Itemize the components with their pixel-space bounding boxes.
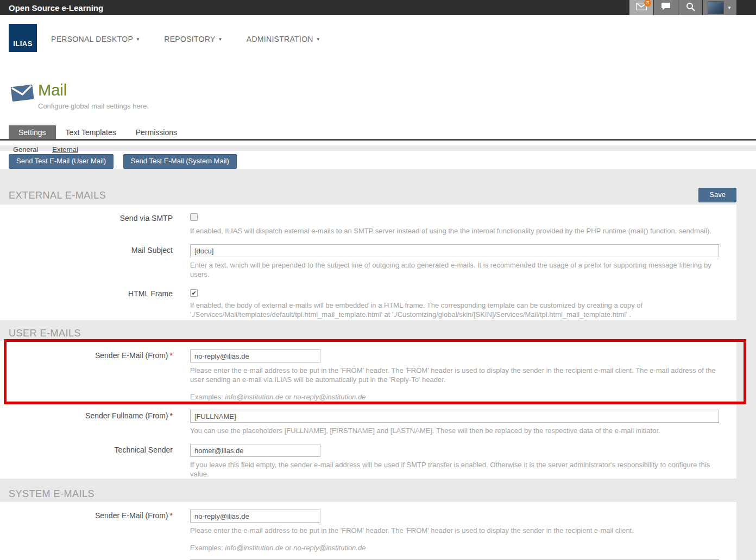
field-help: Please enter the e-mail address to be pu… bbox=[190, 526, 719, 535]
field-help: If enabled, ILIAS will dispatch external… bbox=[190, 226, 719, 236]
send-test-system-mail-button[interactable]: Send Test E-Mail (System Mail) bbox=[123, 154, 237, 169]
form-row-user-sender-email: Sender E-Mail (From)* Please enter the e… bbox=[0, 349, 728, 401]
field-label: HTML Frame bbox=[0, 288, 190, 319]
chat-icon bbox=[661, 2, 671, 13]
smtp-checkbox[interactable] bbox=[190, 213, 198, 221]
tab-permissions[interactable]: Permissions bbox=[126, 125, 187, 139]
field-label: Sender E-Mail (From)* bbox=[0, 510, 190, 560]
top-bar: Open Source e-Learning 3 ▼ bbox=[0, 0, 756, 15]
save-button[interactable]: Save bbox=[698, 188, 736, 202]
user-menu-button[interactable]: ▼ bbox=[703, 0, 736, 15]
form-row-system-sender-email: Sender E-Mail (From)* Please enter the e… bbox=[0, 510, 728, 560]
form-row-technical-sender: Technical Sender If you leave this field… bbox=[0, 444, 728, 479]
technical-sender-input[interactable] bbox=[190, 444, 320, 457]
field-help: You can use the placeholders [FULLNAME],… bbox=[190, 426, 719, 435]
subtab-general[interactable]: General bbox=[13, 145, 38, 154]
form-row-html-frame: HTML Frame ✔ If enabled, the body of ext… bbox=[0, 288, 728, 319]
field-label: Sender Fullname (From)* bbox=[0, 410, 190, 435]
user-emails-header-row: USER E-MAILS bbox=[9, 320, 736, 341]
field-label: Technical Sender bbox=[0, 444, 190, 479]
subtab-external[interactable]: External bbox=[52, 145, 78, 154]
tab-bar: Settings Text Templates Permissions bbox=[0, 125, 756, 141]
external-emails-panel: Send via SMTP If enabled, ILIAS will dis… bbox=[0, 205, 736, 320]
field-label: Mail Subject bbox=[0, 244, 190, 279]
field-help: If you leave this field empty, the sende… bbox=[190, 460, 719, 479]
unread-mail-badge: 3 bbox=[644, 0, 651, 7]
field-examples: Examples: info@institution.de or no-repl… bbox=[190, 544, 719, 552]
tab-settings[interactable]: Settings bbox=[9, 125, 56, 139]
chat-button[interactable] bbox=[654, 0, 678, 15]
check-icon: ✔ bbox=[191, 290, 196, 296]
system-emails-header-row: SYSTEM E-MAILS bbox=[9, 479, 736, 502]
topbar-icon-group: 3 ▼ bbox=[629, 0, 736, 15]
nav-personal-desktop[interactable]: PERSONAL DESKTOP▼ bbox=[51, 35, 140, 43]
form-row-send-via-smtp: Send via SMTP If enabled, ILIAS will dis… bbox=[0, 212, 728, 236]
search-button[interactable] bbox=[678, 0, 702, 15]
chevron-down-icon: ▼ bbox=[136, 37, 140, 42]
nav-repository[interactable]: REPOSITORY▼ bbox=[164, 35, 223, 43]
form-row-mail-subject: Mail Subject Enter a text, which will be… bbox=[0, 244, 728, 279]
mail-subject-input[interactable] bbox=[190, 244, 719, 257]
send-test-user-mail-button[interactable]: Send Test E-Mail (User Mail) bbox=[9, 154, 114, 169]
chevron-down-icon: ▼ bbox=[218, 37, 223, 42]
mail-inbox-button[interactable]: 3 bbox=[629, 0, 653, 15]
page-subtitle: Configure global mail settings here. bbox=[38, 102, 149, 110]
required-asterisk: * bbox=[170, 511, 173, 520]
field-label: Sender E-Mail (From)* bbox=[0, 349, 190, 401]
required-asterisk: * bbox=[170, 411, 173, 420]
required-asterisk: * bbox=[170, 351, 173, 360]
form-row-user-sender-fullname: Sender Fullname (From)* You can use the … bbox=[0, 410, 728, 435]
subtab-bar: General External bbox=[13, 145, 92, 154]
field-label: Send via SMTP bbox=[0, 212, 190, 236]
system-sender-email-input[interactable] bbox=[190, 510, 320, 523]
mail-module-icon bbox=[10, 82, 36, 110]
tab-text-templates[interactable]: Text Templates bbox=[56, 125, 126, 139]
html-frame-checkbox[interactable]: ✔ bbox=[190, 289, 198, 297]
chevron-down-icon: ▼ bbox=[316, 37, 320, 42]
external-emails-heading: EXTERNAL E-MAILS bbox=[9, 190, 106, 201]
field-help: If enabled, the body of external e-mails… bbox=[190, 301, 719, 319]
site-title: Open Source e-Learning bbox=[0, 3, 103, 12]
chevron-down-icon: ▼ bbox=[727, 5, 732, 10]
user-emails-panel: Sender E-Mail (From)* Please enter the e… bbox=[0, 341, 736, 479]
page-title: Mail bbox=[38, 81, 149, 99]
external-emails-header-row: EXTERNAL E-MAILS Save bbox=[9, 169, 736, 205]
main-navigation: PERSONAL DESKTOP▼ REPOSITORY▼ ADMINISTRA… bbox=[51, 35, 344, 43]
field-help: Please enter the e-mail address to be pu… bbox=[190, 366, 719, 384]
field-examples: Examples: info@institution.de or no-repl… bbox=[190, 393, 719, 401]
system-emails-heading: SYSTEM E-MAILS bbox=[9, 488, 94, 500]
nav-administration[interactable]: ADMINISTRATION▼ bbox=[247, 35, 320, 43]
ilias-logo[interactable]: ILIAS bbox=[9, 24, 37, 52]
system-emails-panel: Sender E-Mail (From)* Please enter the e… bbox=[0, 502, 736, 560]
field-help: Enter a text, which will be prepended to… bbox=[190, 260, 719, 279]
test-mail-button-row: Send Test E-Mail (User Mail) Send Test E… bbox=[0, 151, 756, 169]
user-sender-fullname-input[interactable] bbox=[190, 410, 719, 423]
user-emails-heading: USER E-MAILS bbox=[9, 328, 81, 339]
search-icon bbox=[686, 2, 695, 14]
page-header: ILIAS PERSONAL DESKTOP▼ REPOSITORY▼ ADMI… bbox=[0, 15, 756, 145]
page-title-block: Mail Configure global mail settings here… bbox=[10, 81, 149, 110]
avatar bbox=[708, 1, 724, 14]
user-sender-email-input[interactable] bbox=[190, 349, 320, 362]
